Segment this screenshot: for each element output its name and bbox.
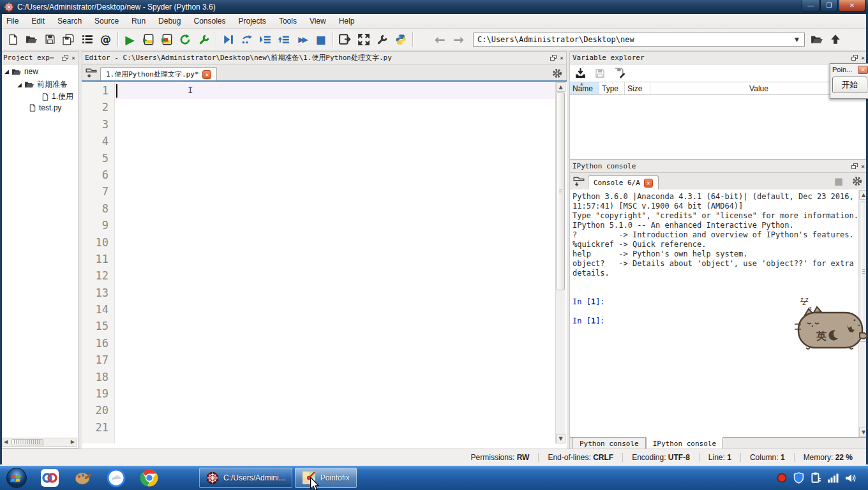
pinned-app-icon-1[interactable] — [33, 466, 66, 490]
configure-run-button[interactable] — [195, 31, 213, 48]
tools-button[interactable] — [373, 31, 391, 48]
debug-button[interactable] — [219, 31, 237, 48]
import-data-icon[interactable] — [575, 68, 586, 78]
history-forward-button[interactable]: → — [449, 31, 468, 48]
save-data-as-icon[interactable] — [614, 68, 625, 78]
menu-item-file[interactable]: File — [0, 15, 25, 27]
editor-code-area[interactable]: I — [115, 82, 555, 443]
close-button[interactable]: ✕ — [839, 0, 865, 11]
open-file-button[interactable] — [22, 31, 41, 48]
console-tab[interactable]: Console 6/A ✕ — [588, 175, 659, 189]
menu-item-tools[interactable]: Tools — [273, 15, 303, 27]
save-button[interactable] — [41, 31, 59, 48]
undock-icon[interactable] — [62, 55, 69, 61]
tab-close-icon[interactable]: ✕ — [644, 179, 653, 188]
close-pane-icon[interactable]: ✕ — [560, 55, 564, 61]
plug-icon[interactable] — [811, 472, 821, 484]
editor-vscrollbar[interactable]: ▲ ▼ — [555, 82, 565, 443]
shield-icon[interactable] — [793, 472, 804, 484]
tab-close-icon[interactable]: ✕ — [202, 70, 211, 79]
tree-item-file1[interactable]: 1.使用 — [41, 91, 73, 102]
menu-item-projects[interactable]: Projects — [232, 15, 273, 27]
network-signal-icon[interactable] — [827, 473, 839, 483]
column-header-name[interactable]: ▲ Name — [570, 82, 599, 94]
tree-label[interactable]: test.py — [39, 103, 61, 112]
menu-item-consoles[interactable]: Consoles — [187, 15, 232, 27]
path-dropdown-icon[interactable]: ▼ — [795, 36, 804, 43]
speaker-icon[interactable] — [845, 473, 857, 484]
menu-item-source[interactable]: Source — [88, 15, 125, 27]
tree-item-file2[interactable]: test.py — [29, 103, 61, 112]
save-all-button[interactable] — [59, 31, 78, 48]
debug-stop-button[interactable]: ■ — [311, 31, 330, 48]
record-dot-icon[interactable] — [777, 473, 787, 483]
rerun-button[interactable] — [176, 31, 195, 48]
menu-item-help[interactable]: Help — [333, 15, 361, 27]
pinned-paint-app-icon[interactable] — [66, 466, 100, 490]
console-prompt-2[interactable]: In [1]: — [572, 316, 605, 326]
project-explorer-header: Project exp⋯ ✕ — [0, 51, 79, 64]
undock-icon[interactable] — [851, 163, 858, 170]
pointofix-start-button[interactable]: 开始 — [832, 77, 867, 93]
maximize-button[interactable]: ❐ — [820, 0, 838, 11]
menu-item-run[interactable]: Run — [125, 15, 152, 27]
start-button[interactable] — [0, 466, 33, 490]
fullscreen-button[interactable] — [354, 31, 373, 48]
undock-icon[interactable] — [851, 55, 858, 61]
project-hscrollbar[interactable]: ◀ ▶ — [2, 438, 77, 447]
menu-item-edit[interactable]: Edit — [25, 15, 51, 27]
expand-arrow-icon[interactable]: ◢ — [17, 82, 22, 88]
browse-tabs-icon[interactable] — [85, 67, 98, 80]
pointofix-close-icon[interactable]: ✕ — [858, 66, 868, 74]
save-data-icon[interactable] — [595, 68, 605, 78]
symbol-finder-button[interactable]: @ — [96, 31, 115, 48]
close-pane-icon[interactable]: ✕ — [71, 55, 75, 61]
pinned-app-icon-2[interactable] — [100, 466, 133, 490]
maximize-pane-button[interactable] — [336, 31, 354, 48]
options-gear-icon[interactable] — [552, 68, 562, 78]
expand-arrow-icon[interactable]: ◢ — [4, 68, 9, 75]
pinned-chrome-icon[interactable] — [133, 466, 166, 490]
browse-tabs-icon[interactable] — [572, 175, 585, 188]
new-file-button[interactable] — [4, 31, 22, 48]
variable-table-body[interactable] — [570, 95, 867, 156]
tree-item-new[interactable]: ◢ new — [4, 67, 38, 76]
menu-item-view[interactable]: View — [303, 15, 333, 27]
column-header-size[interactable]: Size — [625, 82, 650, 94]
menu-item-debug[interactable]: Debug — [152, 15, 187, 27]
run-button[interactable]: ▶ — [121, 31, 139, 48]
run-cell-advance-button[interactable] — [158, 31, 176, 48]
history-back-button[interactable]: ← — [431, 31, 449, 48]
working-directory-input[interactable] — [473, 33, 805, 47]
options-gear-icon[interactable] — [852, 176, 862, 186]
run-cell-button[interactable] — [139, 31, 158, 48]
python-path-button[interactable] — [391, 31, 410, 48]
taskbar-button-spyder[interactable]: C:/Users/Admini... — [199, 468, 292, 488]
menu-item-search[interactable]: Search — [51, 15, 88, 27]
debug-step-return-button[interactable] — [274, 31, 293, 48]
tree-label[interactable]: 前期准备 — [37, 79, 68, 90]
parent-directory-button[interactable] — [826, 31, 844, 48]
close-pane-icon[interactable]: ✕ — [861, 163, 865, 170]
debug-step-into-button[interactable] — [256, 31, 274, 48]
browse-directory-button[interactable] — [807, 31, 826, 48]
editor-tab[interactable]: 1.使用Python处理文字.py* ✕ — [100, 67, 217, 81]
tree-label[interactable]: new — [24, 67, 38, 76]
tree-item-folder[interactable]: ◢ 前期准备 — [17, 79, 68, 90]
pane-title: IPython console — [572, 162, 636, 170]
interrupt-kernel-icon[interactable]: ■ — [834, 175, 843, 187]
debug-step-button[interactable] — [237, 31, 256, 48]
close-pane-icon[interactable]: ✕ — [861, 55, 865, 61]
undock-icon[interactable] — [550, 55, 557, 61]
tree-label[interactable]: 1.使用 — [52, 91, 73, 102]
taskbar-button-pointofix[interactable]: Pointofix — [295, 468, 357, 488]
pointofix-titlebar[interactable]: Poin... ✕ — [830, 64, 868, 75]
minimize-button[interactable]: — — [802, 0, 819, 11]
file-switcher-button[interactable] — [78, 31, 96, 48]
scroll-up-icon[interactable]: ▲ — [556, 82, 565, 92]
scroll-down-icon[interactable]: ▼ — [556, 434, 565, 443]
scrollbar-thumb[interactable] — [11, 439, 43, 445]
debug-continue-button[interactable]: ▶▶ — [293, 31, 311, 48]
column-header-type[interactable]: Type — [599, 82, 625, 94]
scrollbar-thumb[interactable] — [557, 93, 565, 290]
